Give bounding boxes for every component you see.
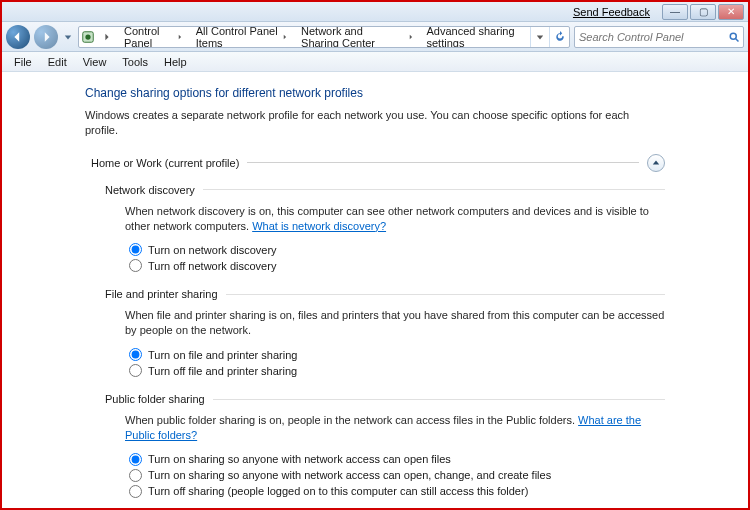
svg-point-1 bbox=[85, 34, 90, 39]
section-network-discovery: Network discovery When network discovery… bbox=[105, 184, 665, 273]
radio-input[interactable] bbox=[129, 348, 142, 361]
send-feedback-link[interactable]: Send Feedback bbox=[573, 6, 650, 18]
desc-text: When public folder sharing is on, people… bbox=[125, 414, 578, 426]
radio-turn-off-network-discovery[interactable]: Turn off network discovery bbox=[129, 259, 665, 272]
radio-label: Turn off network discovery bbox=[148, 260, 276, 272]
menubar: File Edit View Tools Help bbox=[2, 52, 748, 72]
close-button[interactable]: ✕ bbox=[718, 4, 744, 20]
search-box[interactable] bbox=[574, 26, 744, 48]
radio-input[interactable] bbox=[129, 243, 142, 256]
chevron-up-icon bbox=[652, 159, 660, 167]
radio-label: Turn off file and printer sharing bbox=[148, 365, 297, 377]
radio-input[interactable] bbox=[129, 485, 142, 498]
refresh-button[interactable] bbox=[549, 27, 569, 47]
section-title: Network discovery bbox=[105, 184, 195, 196]
page-subtext: Windows creates a separate network profi… bbox=[85, 108, 665, 138]
svg-point-2 bbox=[730, 33, 736, 39]
radio-public-off[interactable]: Turn off sharing (people logged on to th… bbox=[129, 485, 665, 498]
menu-tools[interactable]: Tools bbox=[114, 54, 156, 70]
profile-header: Home or Work (current profile) bbox=[91, 154, 665, 172]
breadcrumb-segment[interactable]: Advanced sharing settings bbox=[421, 27, 530, 47]
radio-turn-on-network-discovery[interactable]: Turn on network discovery bbox=[129, 243, 665, 256]
window-titlebar: Send Feedback — ▢ ✕ bbox=[2, 2, 748, 22]
page-title: Change sharing options for different net… bbox=[85, 86, 665, 100]
radio-label: Turn off sharing (people logged on to th… bbox=[148, 485, 528, 497]
chevron-right-icon bbox=[177, 33, 183, 41]
control-panel-icon bbox=[81, 28, 95, 46]
section-file-printer-sharing: File and printer sharing When file and p… bbox=[105, 288, 665, 377]
search-icon bbox=[725, 31, 743, 43]
section-description: When network discovery is on, this compu… bbox=[125, 204, 665, 234]
divider bbox=[247, 162, 639, 163]
back-button[interactable] bbox=[6, 25, 30, 49]
arrow-left-icon bbox=[12, 31, 24, 43]
breadcrumb-dropdown[interactable] bbox=[530, 27, 550, 47]
radio-input[interactable] bbox=[129, 453, 142, 466]
refresh-icon bbox=[554, 31, 566, 43]
menu-view[interactable]: View bbox=[75, 54, 115, 70]
chevron-right-icon bbox=[408, 33, 414, 41]
arrow-right-icon bbox=[40, 31, 52, 43]
breadcrumb-segment[interactable]: Control Panel bbox=[118, 27, 190, 47]
breadcrumb-label: Network and Sharing Center bbox=[301, 26, 404, 48]
radio-input[interactable] bbox=[129, 469, 142, 482]
content-scroll-area[interactable]: Change sharing options for different net… bbox=[2, 72, 748, 508]
minimize-button[interactable]: — bbox=[662, 4, 688, 20]
close-icon: ✕ bbox=[727, 6, 735, 17]
chevron-right-icon bbox=[103, 33, 111, 41]
search-input[interactable] bbox=[575, 31, 725, 43]
breadcrumb-label: Control Panel bbox=[124, 26, 173, 48]
section-description: When public folder sharing is on, people… bbox=[125, 413, 665, 443]
radio-turn-off-file-printer[interactable]: Turn off file and printer sharing bbox=[129, 364, 665, 377]
breadcrumb-label: All Control Panel Items bbox=[196, 26, 279, 48]
chevron-down-icon bbox=[536, 33, 544, 41]
section-description: When file and printer sharing is on, fil… bbox=[125, 308, 665, 338]
breadcrumb-segment[interactable] bbox=[97, 27, 118, 47]
radio-public-open[interactable]: Turn on sharing so anyone with network a… bbox=[129, 453, 665, 466]
radio-label: Turn on network discovery bbox=[148, 244, 277, 256]
radio-input[interactable] bbox=[129, 259, 142, 272]
radio-input[interactable] bbox=[129, 364, 142, 377]
breadcrumb-label: Advanced sharing settings bbox=[427, 26, 523, 48]
section-title: File and printer sharing bbox=[105, 288, 218, 300]
radio-public-open-change-create[interactable]: Turn on sharing so anyone with network a… bbox=[129, 469, 665, 482]
breadcrumb-segment[interactable]: Network and Sharing Center bbox=[295, 27, 420, 47]
breadcrumb-segment[interactable]: All Control Panel Items bbox=[190, 27, 295, 47]
content: Change sharing options for different net… bbox=[85, 72, 665, 508]
radio-turn-on-file-printer[interactable]: Turn on file and printer sharing bbox=[129, 348, 665, 361]
section-public-folder-sharing: Public folder sharing When public folder… bbox=[105, 393, 665, 498]
collapse-button[interactable] bbox=[647, 154, 665, 172]
menu-help[interactable]: Help bbox=[156, 54, 195, 70]
what-is-network-discovery-link[interactable]: What is network discovery? bbox=[252, 220, 386, 232]
divider bbox=[203, 189, 665, 190]
forward-button[interactable] bbox=[34, 25, 58, 49]
minimize-icon: — bbox=[670, 6, 680, 17]
chevron-down-icon bbox=[64, 33, 72, 41]
chevron-right-icon bbox=[282, 33, 288, 41]
menu-edit[interactable]: Edit bbox=[40, 54, 75, 70]
profile-label: Home or Work (current profile) bbox=[91, 157, 239, 169]
section-title: Public folder sharing bbox=[105, 393, 205, 405]
radio-label: Turn on file and printer sharing bbox=[148, 349, 297, 361]
menu-file[interactable]: File bbox=[6, 54, 40, 70]
maximize-button[interactable]: ▢ bbox=[690, 4, 716, 20]
radio-label: Turn on sharing so anyone with network a… bbox=[148, 469, 551, 481]
radio-label: Turn on sharing so anyone with network a… bbox=[148, 453, 451, 465]
desc-text: When network discovery is on, this compu… bbox=[125, 205, 649, 232]
divider bbox=[213, 399, 665, 400]
divider bbox=[226, 294, 665, 295]
explorer-navbar: Control Panel All Control Panel Items Ne… bbox=[2, 22, 748, 52]
maximize-icon: ▢ bbox=[699, 6, 708, 17]
breadcrumb: Control Panel All Control Panel Items Ne… bbox=[78, 26, 570, 48]
nav-history-dropdown[interactable] bbox=[62, 25, 74, 49]
